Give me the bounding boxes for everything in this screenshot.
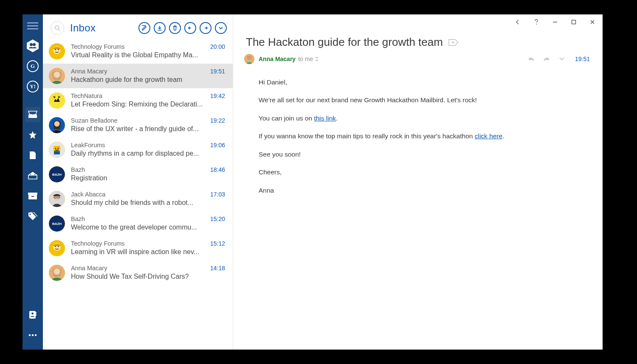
message-subject: Learning in VR will inspire action like … (71, 248, 225, 256)
message-sender: Technology Forums (71, 240, 125, 247)
message-sender: LeakForums (71, 142, 105, 148)
svg-marker-3 (27, 39, 39, 52)
svg-point-33 (58, 148, 59, 149)
yahoo-account-icon: Y! (27, 81, 39, 92)
message-time: 19:42 (210, 92, 225, 99)
nav-archive[interactable] (25, 188, 40, 204)
email-header: The Hackaton guide for the growth team (233, 30, 603, 53)
message-subject: Virtual Reality is the Global Empathy Ma… (71, 51, 225, 59)
hamburger-menu-button[interactable] (27, 22, 38, 30)
tips-link[interactable]: click here (475, 132, 502, 140)
avatar: BAZH (49, 216, 65, 232)
body-greeting: Hi Daniel, (259, 78, 590, 87)
delete-button[interactable] (169, 22, 181, 34)
svg-point-24 (58, 49, 59, 50)
download-icon (157, 25, 163, 31)
search-button[interactable] (51, 21, 64, 35)
svg-point-4 (30, 43, 33, 46)
account-google[interactable]: G (25, 59, 40, 74)
svg-rect-14 (36, 314, 37, 316)
message-subject: Registration (71, 174, 225, 182)
back-button[interactable] (510, 16, 525, 28)
message-item[interactable]: Technology Forums15:12Learning in VR wil… (43, 236, 233, 260)
content-pane: The Hackaton guide for the growth team A… (233, 14, 603, 350)
body-p1: We're all set for our next brand new Gro… (259, 95, 590, 105)
add-label-button[interactable] (448, 38, 459, 47)
maximize-button[interactable] (566, 16, 581, 28)
email-more-button[interactable] (557, 55, 567, 63)
join-link[interactable]: this link (314, 115, 336, 122)
list-toolbar (138, 22, 227, 34)
svg-point-49 (54, 269, 60, 275)
svg-rect-34 (55, 150, 59, 151)
message-item[interactable]: BAZHBazh18:46Registration (43, 162, 233, 187)
reply-icon (527, 56, 535, 62)
message-item[interactable]: Technology Forums20:00Virtual Reality is… (43, 39, 233, 64)
svg-point-23 (55, 49, 56, 50)
message-time: 14:18 (210, 265, 225, 272)
nav-drafts[interactable] (25, 148, 40, 163)
forward-icon (203, 25, 209, 31)
help-button[interactable] (529, 16, 544, 28)
message-item[interactable]: Suzan Belladone19:22Rise of the UX write… (43, 113, 233, 137)
svg-point-47 (58, 246, 59, 247)
svg-point-16 (29, 334, 31, 336)
message-sender: Technology Forums (71, 43, 125, 50)
message-item[interactable]: LeakForums19:06Daily rhythms in a camp f… (43, 137, 233, 162)
email-forward-button[interactable] (542, 55, 551, 63)
account-all[interactable] (25, 38, 40, 53)
message-sender: Bazh (71, 166, 85, 173)
account-yahoo[interactable]: Y! (25, 79, 40, 94)
google-account-icon: G (27, 60, 39, 72)
app-window: G Y! (23, 14, 603, 350)
avatar (49, 43, 65, 59)
forward-icon (543, 56, 550, 62)
svg-point-29 (54, 121, 60, 127)
avatar (49, 92, 65, 109)
compose-button[interactable] (138, 22, 150, 34)
message-item[interactable]: Jack Abacca17:03Should my child be frien… (43, 187, 233, 211)
nav-tags[interactable] (25, 209, 40, 224)
message-item[interactable]: Anna Macary19:51Hackathon guide for the … (43, 64, 233, 88)
svg-rect-10 (31, 196, 34, 197)
svg-rect-12 (29, 311, 36, 319)
message-subject: Rise of the UX writer - a friendly guide… (71, 125, 225, 133)
more-actions-button[interactable] (215, 22, 227, 34)
svg-text:BAZH: BAZH (52, 173, 62, 176)
svg-point-5 (33, 43, 36, 46)
archive-button[interactable] (154, 22, 166, 34)
svg-rect-13 (36, 312, 37, 314)
expand-meta-button[interactable] (315, 56, 321, 62)
nav-more[interactable] (25, 328, 40, 343)
message-item[interactable]: Anna Macary14:18How Should We Tax Self-D… (43, 260, 233, 285)
message-subject: Should my child be friends with a robot.… (71, 199, 225, 207)
message-time: 20:00 (210, 43, 225, 50)
minimize-button[interactable] (547, 16, 563, 28)
message-sender: Suzan Belladone (71, 117, 118, 124)
reply-button[interactable] (184, 22, 196, 34)
recipient-label: to me (298, 56, 313, 62)
search-icon (54, 25, 60, 31)
nav-starred[interactable] (25, 127, 40, 143)
message-time: 18:46 (210, 166, 225, 173)
nav-sent[interactable] (25, 168, 40, 183)
message-item[interactable]: TechNatura19:42Let Freedom Sing: Remixin… (43, 88, 233, 113)
sender-avatar (244, 54, 254, 64)
body-p4: See you soon! (259, 150, 590, 159)
message-sender: Jack Abacca (71, 191, 105, 198)
nav-contacts[interactable] (25, 307, 40, 322)
chevron-down-icon (559, 57, 565, 61)
nav-inbox[interactable] (25, 107, 40, 122)
message-list[interactable]: Technology Forums20:00Virtual Reality is… (43, 39, 233, 350)
trash-icon (172, 25, 178, 31)
body-p5: Cheers, (259, 168, 590, 177)
sender-name[interactable]: Anna Macary (259, 56, 296, 62)
avatar (49, 191, 65, 207)
svg-text:BAZH: BAZH (52, 222, 62, 226)
forward-button[interactable] (200, 22, 211, 34)
close-button[interactable] (585, 16, 600, 28)
message-item[interactable]: BAZHBazh15:20Welcome to the great develo… (43, 211, 233, 236)
message-time: 19:51 (210, 68, 225, 75)
email-reply-button[interactable] (527, 55, 536, 63)
avatar (49, 265, 65, 281)
